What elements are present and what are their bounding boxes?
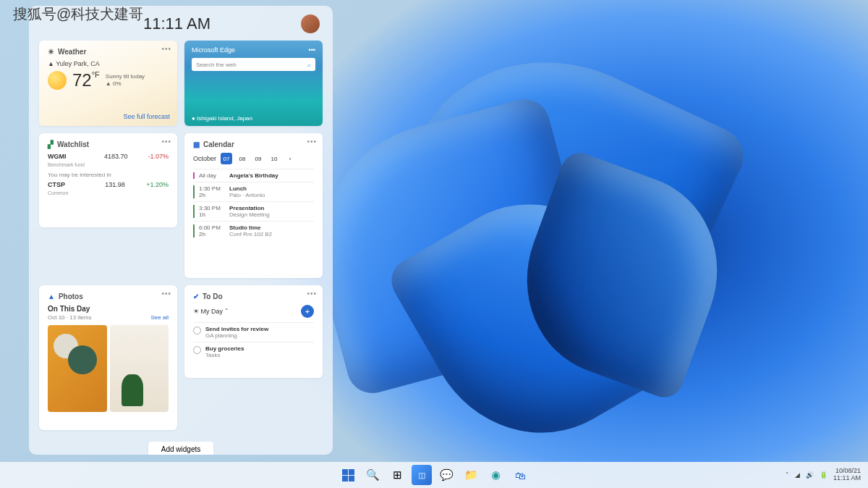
chat-button[interactable]: 💬 — [436, 465, 456, 485]
todo-icon: ✔ — [193, 293, 199, 300]
photos-label: On This Day — [48, 305, 169, 313]
stock-price: 4183.70 — [104, 153, 128, 160]
widget-clock: 11:11 AM — [143, 14, 210, 33]
weather-title: Weather — [58, 48, 86, 56]
task-checkbox[interactable] — [193, 346, 201, 354]
svg-rect-0 — [342, 469, 348, 475]
svg-rect-3 — [349, 476, 354, 481]
store-button[interactable]: 🛍 — [510, 465, 530, 485]
system-tray[interactable]: ˄ ◢ 🔊 🔋 10/08/2111:11 AM — [786, 468, 861, 482]
weather-forecast-link[interactable]: See full forecast — [123, 113, 170, 120]
stock-change: -1.07% — [148, 153, 169, 160]
photos-title: Photos — [59, 293, 83, 300]
weather-location: ▲ Yuley Park, CA — [48, 60, 169, 67]
photo-thumbnail[interactable] — [48, 325, 107, 412]
search-button[interactable]: 🔍 — [362, 465, 383, 485]
see-all-link[interactable]: See all — [151, 314, 169, 321]
chevron-up-icon[interactable]: ˄ — [786, 471, 789, 479]
task-checkbox[interactable] — [193, 327, 201, 335]
more-icon[interactable]: ••• — [309, 46, 315, 54]
weather-widget[interactable]: ☀Weather ••• ▲ Yuley Park, CA 72°F Sunny… — [39, 41, 177, 126]
photos-widget[interactable]: ▲Photos ••• On This Day Oct 10 · 13 item… — [39, 285, 177, 430]
tray-clock[interactable]: 10/08/2111:11 AM — [833, 468, 861, 482]
chevron-right-icon[interactable]: › — [284, 153, 296, 164]
watermark-text: 搜狐号@科技犬建哥 — [13, 4, 143, 24]
sun-icon — [48, 71, 67, 90]
widgets-panel: 11:11 AM ☀Weather ••• ▲ Yuley Park, CA 7… — [29, 6, 333, 455]
calendar-day[interactable]: 08 — [237, 153, 248, 164]
calendar-event[interactable]: 6:00 PM2hStudio timeConf Rm 102 B2 — [193, 221, 314, 240]
watchlist-title: Watchlist — [57, 140, 89, 148]
taskbar: 🔍 ⊞ ◫ 💬 📁 ◉ 🛍 ˄ ◢ 🔊 🔋 10/08/2111:11 AM — [0, 462, 868, 488]
calendar-day[interactable]: 07 — [221, 153, 232, 164]
more-icon[interactable]: ••• — [161, 45, 171, 53]
widgets-button[interactable]: ◫ — [412, 465, 432, 485]
weather-temp: 72°F — [72, 70, 100, 91]
photo-thumbnail[interactable] — [110, 325, 169, 412]
edge-title: Microsoft Edge — [192, 46, 235, 54]
todo-widget[interactable]: ✔To Do ••• ☀ My Day ˅+ Send invites for … — [184, 285, 323, 378]
stock-change: +1.20% — [146, 181, 169, 188]
network-icon[interactable]: ◢ — [795, 471, 800, 479]
more-icon[interactable]: ••• — [161, 290, 171, 298]
weather-desc: Sunny till today▲ 0% — [106, 73, 145, 88]
user-avatar[interactable] — [301, 14, 320, 33]
svg-rect-1 — [349, 469, 354, 475]
svg-rect-2 — [342, 476, 348, 481]
stock-sub: Common — [48, 190, 169, 195]
weather-icon: ☀ — [48, 48, 54, 56]
todo-task[interactable]: Buy groceriesTasks — [193, 342, 314, 361]
calendar-icon: ▦ — [193, 140, 200, 148]
calendar-day[interactable]: 09 — [252, 153, 264, 164]
more-icon[interactable]: ••• — [307, 138, 317, 146]
calendar-day[interactable]: 10 — [268, 153, 280, 164]
stock-price: 131.98 — [105, 181, 125, 188]
stock-symbol: WGMI — [48, 153, 84, 160]
chart-icon: ▞ — [48, 140, 54, 148]
edge-widget[interactable]: Microsoft Edge••• Search the web⌕ ● Ishi… — [184, 41, 323, 126]
edge-button[interactable]: ◉ — [485, 465, 506, 485]
battery-icon[interactable]: 🔋 — [820, 471, 827, 479]
more-icon[interactable]: ••• — [161, 138, 171, 146]
start-button[interactable] — [338, 465, 358, 485]
edge-search-input[interactable]: Search the web⌕ — [192, 58, 315, 71]
explorer-button[interactable]: 📁 — [461, 465, 481, 485]
watchlist-widget[interactable]: ▞Watchlist ••• WGMI4183.70-1.07% Benchma… — [39, 133, 177, 227]
todo-task[interactable]: Send invites for reviewGA planning — [193, 322, 314, 342]
calendar-widget[interactable]: ▦Calendar ••• October 07 08 09 10 › All … — [184, 133, 323, 278]
search-icon: ⌕ — [307, 62, 311, 68]
edge-image-caption: ● Ishigaki Island, Japan — [192, 115, 252, 122]
watchlist-suggestion: You may be interested in — [48, 172, 169, 178]
calendar-event[interactable]: 1:30 PM2hLunchPalo · Antonio — [193, 182, 314, 201]
calendar-event[interactable]: All dayAngela's Birthday — [193, 169, 314, 182]
stock-symbol: CTSP — [48, 181, 84, 188]
task-view-button[interactable]: ⊞ — [387, 465, 407, 485]
add-task-button[interactable]: + — [301, 305, 314, 318]
stock-sub: Benchmark fund — [48, 162, 169, 167]
todo-title: To Do — [203, 293, 223, 300]
todo-list-name[interactable]: My Day — [201, 308, 224, 315]
calendar-event[interactable]: 3:30 PM1hPresentationDesign Meeting — [193, 201, 314, 221]
add-widgets-button[interactable]: Add widgets — [148, 442, 213, 455]
calendar-month: October — [193, 155, 216, 162]
volume-icon[interactable]: 🔊 — [806, 471, 814, 479]
calendar-title: Calendar — [203, 140, 234, 148]
more-icon[interactable]: ••• — [307, 290, 317, 298]
photos-icon: ▲ — [48, 293, 55, 300]
